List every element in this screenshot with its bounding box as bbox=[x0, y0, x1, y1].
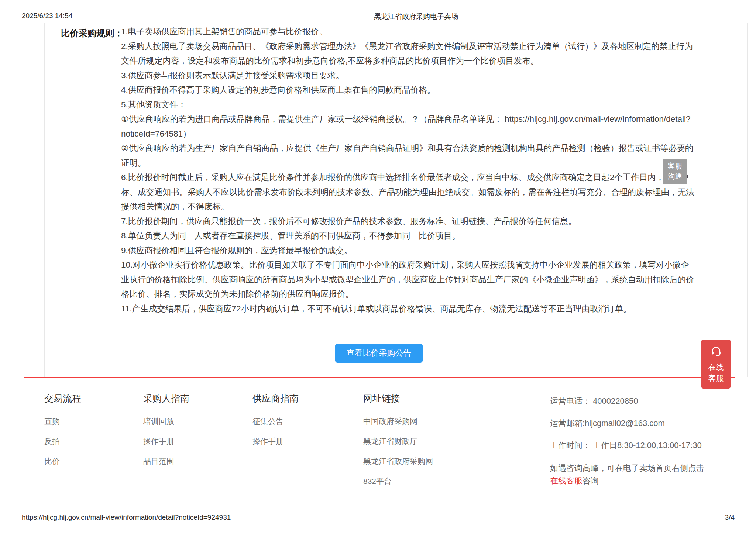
rule-line: 6.比价报价时间截止后，采购人应在满足比价条件并参加报价的供应商中选择排名价最低… bbox=[121, 170, 691, 185]
rule-line: 格比价、排名，实际成交价为未扣除价格前的供应商响应报价。 bbox=[121, 287, 691, 302]
contact-note-text: 如遇咨询高峰，可在电子卖场首页右侧点击 bbox=[550, 464, 704, 473]
footer-link[interactable]: 中国政府采购网 bbox=[363, 416, 433, 427]
rule-line: 4.供应商报价不得高于采购人设定的初步意向价格和供应商上架在售的同款商品价格。 bbox=[121, 83, 691, 97]
footer-link[interactable]: 直购 bbox=[44, 416, 81, 427]
print-page: 2025/6/23 14:54 黑龙江省政府采购电子卖场 比价采购规则： 1.电… bbox=[0, 0, 756, 534]
online-service-label: 在线客服 bbox=[707, 362, 725, 384]
rule-line: 7.比价报价期间，供应商只能报价一次，报价后不可修改报价产品的技术参数、服务标准… bbox=[121, 214, 691, 229]
contact-note: 如遇咨询高峰，可在电子卖场首页右侧点击在线客服咨询 bbox=[550, 462, 707, 487]
footer-link[interactable]: 操作手册 bbox=[252, 436, 299, 447]
rule-line: 提供相关情况的，不得废标。 bbox=[121, 199, 691, 214]
headset-icon bbox=[710, 345, 722, 359]
rule-line: 5.其他资质文件： bbox=[121, 97, 691, 112]
footer-link[interactable]: 品目范围 bbox=[143, 456, 189, 466]
rule-line: ①供应商响应的若为进口商品或品牌商品，需提供生产厂家或一级经销商授权。？（品牌商… bbox=[121, 112, 691, 127]
footer-link[interactable]: 征集公告 bbox=[252, 416, 299, 427]
footer-link[interactable]: 比价 bbox=[44, 456, 81, 466]
footer-link[interactable]: 培训回放 bbox=[143, 416, 189, 427]
footer-link[interactable]: 832平台 bbox=[363, 476, 433, 486]
rule-line: 3.供应商参与报价则表示默认满足并接受采购需求项目要求。 bbox=[121, 68, 691, 83]
rule-line: 2.采购人按照电子卖场交易商品品目、《政府采购需求管理办法》《黑龙江省政府采购文… bbox=[121, 39, 691, 54]
page-title: 黑龙江省政府采购电子卖场 bbox=[374, 12, 458, 21]
contact-hours: 工作时间： 工作日8:30-12:00,13:00-17:30 bbox=[550, 440, 707, 451]
contact-info: 运营电话： 4000220850 运营邮箱:hljcgmall02@163.co… bbox=[550, 396, 707, 487]
rule-line: 11.产生成交结果后，供应商应72小时内确认订单，不可不确认订单或以商品价格错误… bbox=[121, 302, 691, 316]
contact-note-suffix: 咨询 bbox=[583, 476, 599, 485]
rule-line: 证明。 bbox=[121, 156, 691, 170]
customer-service-chat-button[interactable]: 客服沟通 bbox=[663, 159, 687, 184]
rule-line: 9.供应商报价相同且符合报价规则的，应选择最早报价的成交。 bbox=[121, 243, 691, 258]
rules-heading: 比价采购规则： bbox=[61, 27, 123, 39]
rule-line: 1.电子卖场供应商用其上架销售的商品可参与比价报价。 bbox=[121, 24, 691, 39]
footer-column-title: 供应商指南 bbox=[252, 392, 299, 404]
print-source-url: https://hljcg.hlj.gov.cn/mall-view/infor… bbox=[22, 513, 231, 521]
rule-line: 业执行的价格扣除比例。供应商响应的所有商品均为小型或微型企业生产的，供应商应上传… bbox=[121, 272, 691, 287]
footer-divider bbox=[494, 396, 494, 484]
contact-phone: 运营电话： 4000220850 bbox=[550, 396, 707, 407]
footer-separator-line bbox=[24, 377, 735, 378]
view-price-comparison-notice-button[interactable]: 查看比价采购公告 bbox=[335, 344, 423, 363]
footer-column-title: 交易流程 bbox=[44, 392, 81, 404]
online-service-link[interactable]: 在线客服 bbox=[550, 476, 583, 485]
footer-column: 供应商指南征集公告操作手册 bbox=[252, 392, 299, 447]
footer-column: 交易流程直购反拍比价 bbox=[44, 392, 81, 466]
footer-link[interactable]: 黑龙江省政府采购网 bbox=[363, 456, 433, 466]
rules-text-block: 1.电子卖场供应商用其上架销售的商品可参与比价报价。2.采购人按照电子卖场交易商… bbox=[121, 24, 691, 316]
footer-column: 网址链接中国政府采购网黑龙江省财政厅黑龙江省政府采购网832平台 bbox=[363, 392, 433, 486]
rule-line: 10.对小微企业实行价格优惠政策。比价项目如关联了不专门面向中小企业的政府采购计… bbox=[121, 258, 691, 272]
footer-link[interactable]: 操作手册 bbox=[143, 436, 189, 447]
rule-line: ②供应商响应的若为生产厂家自产自销商品，应提供《生产厂家自产自销商品证明》和具有… bbox=[121, 141, 691, 156]
rule-line: 标、成交通知书。采购人不应以比价需求发布阶段未列明的技术参数、产品功能为理由拒绝… bbox=[121, 185, 691, 200]
footer-column-title: 采购人指南 bbox=[143, 392, 189, 404]
print-timestamp: 2025/6/23 14:54 bbox=[22, 12, 72, 20]
footer-link[interactable]: 黑龙江省财政厅 bbox=[363, 436, 433, 447]
print-page-number: 3/4 bbox=[725, 513, 735, 521]
rule-line: 文件所规定内容，设定和发布商品的比价需求和初步意向价格,不应将多种商品的比价项目… bbox=[121, 54, 691, 68]
chat-button-label: 客服沟通 bbox=[667, 161, 683, 181]
footer-column-title: 网址链接 bbox=[363, 392, 433, 404]
rule-line: noticeId=764581） bbox=[121, 127, 691, 141]
footer-column: 采购人指南培训回放操作手册品目范围 bbox=[143, 392, 189, 466]
contact-email: 运营邮箱:hljcgmall02@163.com bbox=[550, 418, 707, 429]
online-customer-service-button[interactable]: 在线客服 bbox=[701, 340, 731, 389]
rule-line: 8.单位负责人为同一人或者存在直接控股、管理关系的不同供应商，不得参加同一比价项… bbox=[121, 228, 691, 243]
footer-link[interactable]: 反拍 bbox=[44, 436, 81, 447]
